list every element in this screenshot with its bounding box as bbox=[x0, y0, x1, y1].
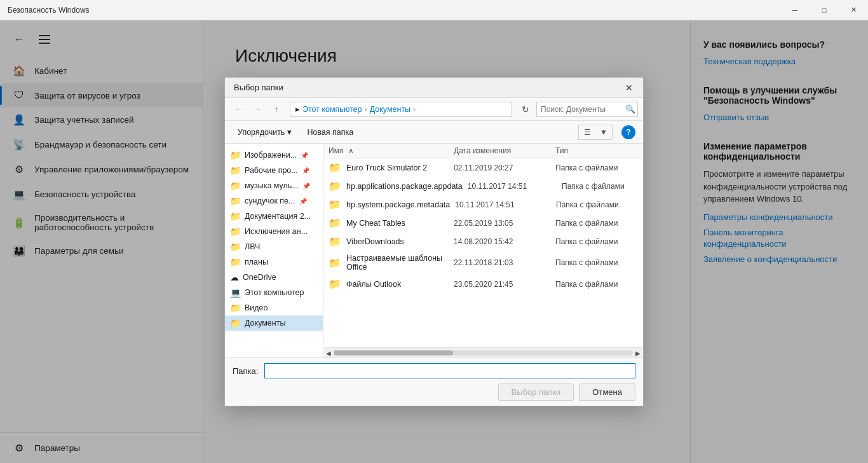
close-button[interactable]: ✕ bbox=[839, 0, 868, 20]
folder-icon: 📁 bbox=[329, 198, 341, 211]
dialog-actions: Выбор папки Отмена bbox=[233, 384, 635, 401]
folder-input[interactable] bbox=[264, 363, 635, 378]
organize-arrow: ▾ bbox=[287, 127, 292, 137]
tree-label: Исключения ан... bbox=[245, 227, 308, 236]
folder-icon: 📁 bbox=[329, 217, 341, 229]
breadcrumb-sep2: › bbox=[413, 105, 416, 114]
file-type: Папка с файлами bbox=[555, 258, 638, 267]
folder-icon: 📁 bbox=[230, 196, 241, 206]
file-date: 10.11.2017 14:51 bbox=[455, 200, 551, 209]
folder-icon: 📁 bbox=[230, 318, 241, 328]
tree-label: OneDrive bbox=[243, 273, 276, 282]
file-list-panel: Имя ∧ Дата изменения Тип 📁 Euro Truck Si… bbox=[323, 144, 643, 347]
file-row-viber[interactable]: 📁 ViberDownloads 14.08.2020 15:42 Папка … bbox=[323, 232, 643, 251]
select-folder-button[interactable]: Выбор папки bbox=[498, 384, 574, 401]
dialog-body: 📁 Изображени... 📌 📁 Рабочие про... 📌 📁 м… bbox=[225, 144, 643, 347]
pin-icon: 📌 bbox=[299, 198, 307, 205]
search-wrapper: 🔍 bbox=[536, 102, 638, 117]
folder-icon: 📁 bbox=[329, 180, 341, 192]
folder-icon: 📁 bbox=[329, 257, 341, 269]
breadcrumb-bar: ▸ Этот компьютер › Документы › bbox=[290, 102, 512, 117]
breadcrumb-computer[interactable]: Этот компьютер bbox=[302, 105, 362, 114]
col-type: Тип bbox=[555, 146, 638, 155]
file-row-hp-app[interactable]: 📁 hp.applications.package.appdata 10.11.… bbox=[323, 177, 643, 195]
window-controls: ─ □ ✕ bbox=[780, 0, 868, 20]
breadcrumb-documents[interactable]: Документы bbox=[370, 105, 410, 114]
file-type: Папка с файлами bbox=[555, 280, 638, 289]
titlebar: Безопасность Windows ─ □ ✕ bbox=[0, 0, 868, 20]
file-list-header[interactable]: Имя ∧ Дата изменения Тип bbox=[323, 144, 643, 158]
tree-label: планы bbox=[245, 258, 268, 266]
folder-icon: 📁 bbox=[230, 257, 241, 267]
dialog-toolbar: Упорядочить ▾ Новая папка ☰ ▼ ? bbox=[225, 121, 643, 144]
file-name: hp.applications.package.appdata bbox=[346, 182, 463, 191]
nav-up-button[interactable]: ↑ bbox=[268, 101, 285, 118]
tree-label: музыка муль... bbox=[245, 181, 299, 190]
new-folder-button[interactable]: Новая папка bbox=[302, 126, 358, 139]
tree-item-images[interactable]: 📁 Изображени... 📌 bbox=[225, 148, 323, 163]
dialog-title: Выбор папки bbox=[234, 83, 283, 92]
tree-item-video[interactable]: 📁 Видео bbox=[225, 300, 323, 315]
horizontal-scrollbar[interactable]: ◀ ▶ bbox=[323, 347, 643, 357]
folder-icon: 📁 bbox=[230, 226, 241, 237]
search-input[interactable] bbox=[536, 102, 638, 117]
help-button[interactable]: ? bbox=[621, 125, 635, 139]
nav-forward-button[interactable]: → bbox=[249, 101, 266, 118]
file-type: Папка с файлами bbox=[562, 182, 638, 191]
file-row-euro-truck[interactable]: 📁 Euro Truck Simulator 2 02.11.2019 20:2… bbox=[323, 158, 643, 177]
file-date: 22.11.2018 21:03 bbox=[454, 258, 550, 267]
file-type: Папка с файлами bbox=[555, 237, 638, 246]
file-date: 22.05.2019 13:05 bbox=[454, 219, 550, 228]
refresh-button[interactable]: ↻ bbox=[517, 101, 534, 118]
folder-input-row: Папка: bbox=[233, 363, 635, 378]
folder-icon: 📁 bbox=[230, 181, 241, 191]
file-name: hp.system.package.metadata bbox=[346, 200, 450, 209]
view-list-button[interactable]: ☰ bbox=[579, 125, 595, 139]
dialog-close-button[interactable]: ✕ bbox=[620, 79, 638, 97]
folder-icon: 📁 bbox=[329, 235, 341, 247]
scroll-thumb[interactable] bbox=[334, 350, 453, 356]
tree-item-plans[interactable]: 📁 планы bbox=[225, 254, 323, 270]
minimize-button[interactable]: ─ bbox=[780, 0, 810, 20]
dialog-nav-bar: ← → ↑ ▸ Этот компьютер › Документы › ↻ 🔍 bbox=[225, 98, 643, 121]
tree-item-computer[interactable]: 💻 Этот компьютер bbox=[225, 285, 323, 300]
tree-item-lvch[interactable]: 📁 ЛВЧ bbox=[225, 239, 323, 254]
file-row-cheat-tables[interactable]: 📁 My Cheat Tables 22.05.2019 13:05 Папка… bbox=[323, 214, 643, 232]
cancel-button[interactable]: Отмена bbox=[579, 384, 635, 401]
scroll-left-arrow[interactable]: ◀ bbox=[323, 348, 334, 358]
file-type: Папка с файлами bbox=[555, 219, 638, 228]
tree-item-documents[interactable]: 📁 Документы bbox=[225, 315, 323, 331]
file-row-hp-sys[interactable]: 📁 hp.system.package.metadata 10.11.2017 … bbox=[323, 195, 643, 214]
tree-label: сундучок пе... bbox=[245, 197, 295, 205]
tree-label: Видео bbox=[245, 303, 268, 312]
tree-item-chest[interactable]: 📁 сундучок пе... 📌 bbox=[225, 193, 323, 209]
tree-item-onedrive[interactable]: ☁ OneDrive bbox=[225, 270, 323, 285]
folder-icon: 📁 bbox=[230, 211, 241, 221]
file-name: Euro Truck Simulator 2 bbox=[346, 163, 449, 172]
tree-label: Изображени... bbox=[245, 151, 297, 160]
tree-label: ЛВЧ bbox=[245, 242, 260, 251]
organize-button[interactable]: Упорядочить ▾ bbox=[233, 125, 297, 139]
file-name: My Cheat Tables bbox=[346, 219, 449, 228]
file-row-office-templates[interactable]: 📁 Настраиваемые шаблоны Office 22.11.201… bbox=[323, 251, 643, 275]
nav-back-button[interactable]: ← bbox=[230, 101, 247, 118]
tree-label: Документация 2... bbox=[245, 212, 311, 221]
folder-icon: 📁 bbox=[230, 242, 241, 252]
search-icon-button[interactable]: 🔍 bbox=[625, 104, 635, 114]
dialog-titlebar: Выбор папки ✕ bbox=[225, 78, 643, 98]
tree-item-desktop[interactable]: 📁 Рабочие про... 📌 bbox=[225, 163, 323, 178]
folder-icon: 📁 bbox=[230, 150, 241, 160]
tree-label: Документы bbox=[245, 319, 285, 328]
file-row-outlook[interactable]: 📁 Файлы Outlook 23.05.2020 21:45 Папка с… bbox=[323, 275, 643, 293]
restore-button[interactable]: □ bbox=[810, 0, 839, 20]
folder-icon: 📁 bbox=[329, 278, 341, 290]
tree-item-music[interactable]: 📁 музыка муль... 📌 bbox=[225, 178, 323, 193]
view-toggle: ☰ ▼ bbox=[578, 125, 613, 140]
view-dropdown-button[interactable]: ▼ bbox=[595, 125, 612, 139]
tree-item-docs2[interactable]: 📁 Документация 2... bbox=[225, 209, 323, 224]
folder-icon: 📁 bbox=[230, 165, 241, 176]
dialog-footer: Папка: Выбор папки Отмена bbox=[225, 357, 643, 406]
scroll-right-arrow[interactable]: ▶ bbox=[633, 348, 643, 358]
tree-panel: 📁 Изображени... 📌 📁 Рабочие про... 📌 📁 м… bbox=[225, 144, 323, 347]
tree-item-exclusions[interactable]: 📁 Исключения ан... bbox=[225, 224, 323, 239]
